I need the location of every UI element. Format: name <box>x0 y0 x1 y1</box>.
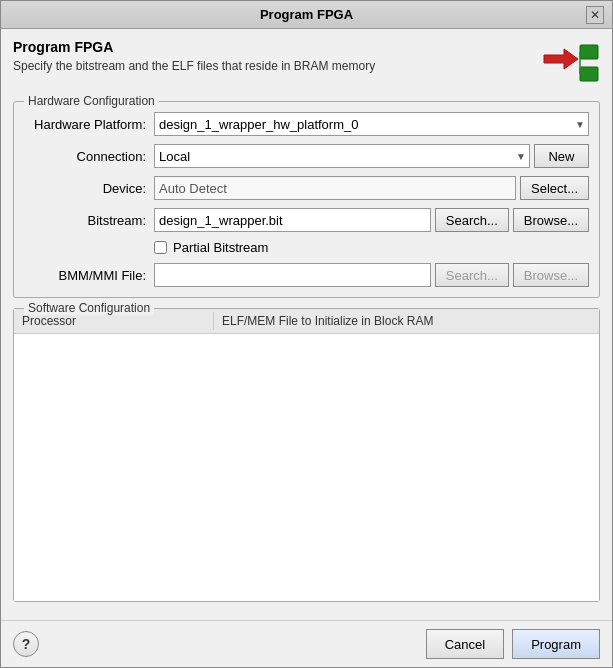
device-input <box>154 176 516 200</box>
connection-row: Connection: Local ▼ New <box>24 144 589 168</box>
dialog-title: Program FPGA <box>27 7 586 22</box>
svg-marker-0 <box>544 49 578 69</box>
dialog-body: Program FPGA Specify the bitstream and t… <box>1 29 612 620</box>
elf-column-header: ELF/MEM File to Initialize in Block RAM <box>214 312 599 330</box>
bmm-row: BMM/MMI File: Search... Browse... <box>24 263 589 287</box>
connection-label: Connection: <box>24 149 154 164</box>
fpga-icon <box>542 39 600 87</box>
header-text: Program FPGA Specify the bitstream and t… <box>13 39 375 73</box>
header-description: Specify the bitstream and the ELF files … <box>13 59 375 73</box>
software-config-title: Software Configuration <box>24 301 154 315</box>
program-fpga-dialog: Program FPGA ✕ Program FPGA Specify the … <box>0 0 613 668</box>
partial-bitstream-label[interactable]: Partial Bitstream <box>173 240 268 255</box>
device-label: Device: <box>24 181 154 196</box>
platform-select-wrapper: design_1_wrapper_hw_platform_0 ▼ <box>154 112 589 136</box>
bitstream-browse-button[interactable]: Browse... <box>513 208 589 232</box>
program-button[interactable]: Program <box>512 629 600 659</box>
header-title: Program FPGA <box>13 39 375 55</box>
partial-bitstream-row: Partial Bitstream <box>24 240 589 255</box>
platform-row: Hardware Platform: design_1_wrapper_hw_p… <box>24 112 589 136</box>
bitstream-input[interactable] <box>154 208 431 232</box>
bmm-browse-button[interactable]: Browse... <box>513 263 589 287</box>
footer-left: ? <box>13 631 39 657</box>
software-config-group: Software Configuration Processor ELF/MEM… <box>13 308 600 602</box>
bmm-input[interactable] <box>154 263 431 287</box>
new-button[interactable]: New <box>534 144 589 168</box>
help-button[interactable]: ? <box>13 631 39 657</box>
partial-bitstream-checkbox[interactable] <box>154 241 167 254</box>
fpga-diagram-icon <box>542 39 600 87</box>
connection-select[interactable]: Local <box>154 144 530 168</box>
dialog-footer: ? Cancel Program <box>1 620 612 667</box>
platform-label: Hardware Platform: <box>24 117 154 132</box>
footer-right: Cancel Program <box>426 629 600 659</box>
connection-select-wrapper: Local ▼ <box>154 144 530 168</box>
select-button[interactable]: Select... <box>520 176 589 200</box>
platform-select[interactable]: design_1_wrapper_hw_platform_0 <box>154 112 589 136</box>
svg-rect-2 <box>580 67 598 81</box>
title-bar: Program FPGA ✕ <box>1 1 612 29</box>
bitstream-search-button[interactable]: Search... <box>435 208 509 232</box>
software-table-body <box>14 334 599 601</box>
bmm-label: BMM/MMI File: <box>24 268 154 283</box>
device-row: Device: Select... <box>24 176 589 200</box>
bitstream-label: Bitstream: <box>24 213 154 228</box>
bmm-search-button[interactable]: Search... <box>435 263 509 287</box>
bitstream-row: Bitstream: Search... Browse... <box>24 208 589 232</box>
cancel-button[interactable]: Cancel <box>426 629 504 659</box>
svg-rect-1 <box>580 45 598 59</box>
header-section: Program FPGA Specify the bitstream and t… <box>13 39 600 87</box>
hardware-config-title: Hardware Configuration <box>24 94 159 108</box>
hardware-config-group: Hardware Configuration Hardware Platform… <box>13 101 600 298</box>
close-button[interactable]: ✕ <box>586 6 604 24</box>
